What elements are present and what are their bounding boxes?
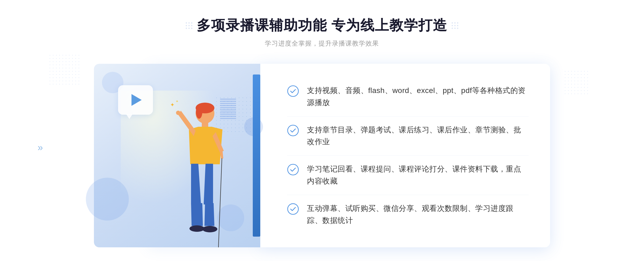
dots-decoration-right <box>564 70 590 96</box>
svg-text:✦: ✦ <box>170 102 175 108</box>
title-left-dots <box>186 22 192 29</box>
play-icon <box>131 94 142 106</box>
illustration-panel: ✦ ✦ <box>94 64 260 247</box>
svg-point-13 <box>288 204 298 214</box>
blue-vertical-bar <box>253 74 260 237</box>
svg-point-7 <box>176 111 180 115</box>
content-area: ✦ ✦ 支持视频、音频、flash、wo <box>94 64 550 247</box>
play-bubble <box>118 85 153 115</box>
circle-deco-bottom-left <box>86 178 129 221</box>
page-wrapper: » 多项录播课辅助功能 专为线上教学打造 学习进度全掌握，提升录播课教学效果 <box>0 0 644 261</box>
check-icon-3 <box>287 164 299 176</box>
feature-text-1: 支持视频、音频、flash、word、excel、ppt、pdf等各种格式的资源… <box>307 85 529 109</box>
svg-point-10 <box>288 86 298 96</box>
human-figure: ✦ ✦ <box>151 97 237 247</box>
check-icon-1 <box>287 85 299 97</box>
svg-point-11 <box>288 125 298 136</box>
feature-text-4: 互动弹幕、试听购买、微信分享、观看次数限制、学习进度跟踪、数据统计 <box>307 203 529 227</box>
feature-item-4: 互动弹幕、试听购买、微信分享、观看次数限制、学习进度跟踪、数据统计 <box>287 195 529 234</box>
feature-item-1: 支持视频、音频、flash、word、excel、ppt、pdf等各种格式的资源… <box>287 77 529 117</box>
content-inner: ✦ ✦ 支持视频、音频、flash、wo <box>94 64 550 247</box>
svg-point-2 <box>196 105 202 119</box>
header-section: 多项录播课辅助功能 专为线上教学打造 学习进度全掌握，提升录播课教学效果 <box>186 16 458 48</box>
svg-point-6 <box>202 226 217 232</box>
features-panel: 支持视频、音频、flash、word、excel、ppt、pdf等各种格式的资源… <box>260 64 550 247</box>
feature-text-2: 支持章节目录、弹题考试、课后练习、课后作业、章节测验、批改作业 <box>307 124 529 148</box>
feature-item-2: 支持章节目录、弹题考试、课后练习、课后作业、章节测验、批改作业 <box>287 117 529 156</box>
feature-text-3: 学习笔记回看、课程提问、课程评论打分、课件资料下载，重点内容收藏 <box>307 163 529 187</box>
feature-item-3: 学习笔记回看、课程提问、课程评论打分、课件资料下载，重点内容收藏 <box>287 156 529 195</box>
svg-text:✦: ✦ <box>175 99 179 103</box>
arrow-decoration-left: » <box>38 142 43 153</box>
title-row: 多项录播课辅助功能 专为线上教学打造 <box>186 16 458 35</box>
svg-point-12 <box>288 164 298 175</box>
title-right-dots <box>452 22 458 29</box>
svg-point-5 <box>189 225 204 232</box>
check-icon-4 <box>287 203 299 215</box>
svg-line-4 <box>218 158 222 247</box>
page-subtitle: 学习进度全掌握，提升录播课教学效果 <box>186 39 458 48</box>
dots-decoration-left <box>48 54 80 86</box>
check-icon-2 <box>287 125 299 136</box>
page-title: 多项录播课辅助功能 专为线上教学打造 <box>197 16 447 35</box>
